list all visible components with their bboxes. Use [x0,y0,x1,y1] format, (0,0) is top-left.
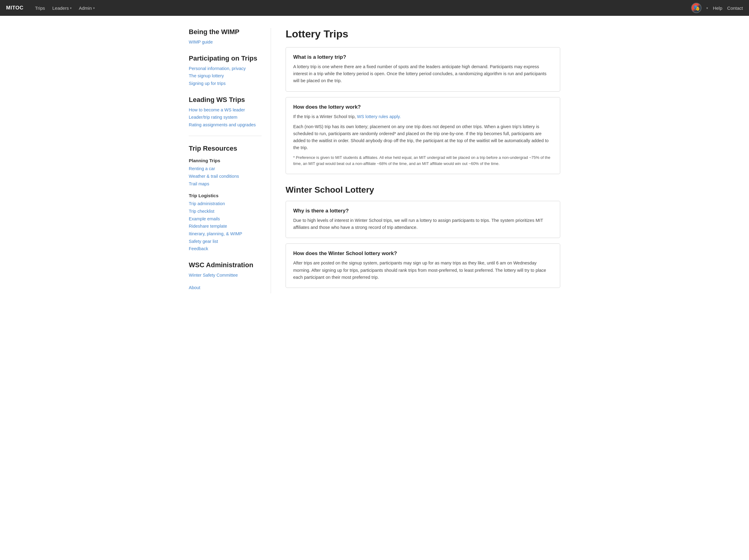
sidebar-link-itinerary[interactable]: Itinerary, planning, & WIMP [189,230,261,238]
sidebar-link-signup-lottery[interactable]: The signup lottery [189,72,261,80]
leaders-dropdown-icon: ▾ [70,6,71,10]
card-para-main: Each (non-WS) trip has its own lottery; … [293,123,553,152]
admin-dropdown-icon: ▾ [93,6,95,10]
card-body-why: Due to high levels of interest in Winter… [293,217,553,231]
card-body-how: If the trip is a Winter School trip, WS … [293,113,553,167]
sidebar-subsection-logistics: Trip Logistics [189,193,261,198]
sidebar-section-participating: Participating on Trips [189,54,261,62]
sidebar-link-safety-gear[interactable]: Safety gear list [189,238,261,245]
main-content: Lottery Trips What is a lottery trip? A … [271,28,560,293]
card-body-ws-how: After trips are posted on the signup sys… [293,260,553,281]
card-ws-how: How does the Winter School lottery work?… [285,244,560,288]
sidebar-section-resources: Trip Resources [189,144,261,153]
card-title-why: Why is there a lottery? [293,208,553,214]
card-para-ws: If the trip is a Winter School trip, WS … [293,113,553,120]
nav-links: Trips Leaders ▾ Admin ▾ [32,4,691,13]
sidebar-link-renting-car[interactable]: Renting a car [189,165,261,173]
nav-help[interactable]: Help [713,5,722,10]
sidebar-link-weather[interactable]: Weather & trail conditions [189,173,261,180]
sidebar: Being the WIMP WIMP guide Participating … [189,28,271,293]
ws-lottery-rules-link[interactable]: WS lottery rules apply. [357,114,401,119]
sidebar-link-rating-upgrades[interactable]: Rating assignments and upgrades [189,121,261,129]
ws-section-title: Winter School Lottery [285,185,560,195]
nav-leaders[interactable]: Leaders ▾ [49,4,74,13]
page-container: Being the WIMP WIMP guide Participating … [183,16,566,312]
sidebar-link-wimp-guide[interactable]: WIMP guide [189,38,261,46]
card-title-how: How does the lottery work? [293,104,553,110]
card-title-what: What is a lottery trip? [293,54,553,60]
sidebar-link-rideshare[interactable]: Rideshare template [189,223,261,230]
sidebar-link-signing-up[interactable]: Signing up for trips [189,80,261,87]
avatar[interactable]: 🎭 [691,3,702,13]
sidebar-link-personal-info[interactable]: Personal information, privacy [189,65,261,72]
card-footnote: * Preference is given to MIT students & … [293,155,553,167]
nav-contact[interactable]: Contact [727,5,743,10]
card-body-what: A lottery trip is one where there are a … [293,63,553,85]
nav-trips[interactable]: Trips [32,4,48,13]
sidebar-link-rating-system[interactable]: Leader/trip rating system [189,113,261,121]
sidebar-section-wimp: Being the WIMP [189,28,261,36]
card-what-is-lottery: What is a lottery trip? A lottery trip i… [285,47,560,92]
sidebar-section-wsc: WSC Administration [189,261,261,269]
sidebar-section-leading: Leading WS Trips [189,96,261,104]
sidebar-link-trail-maps[interactable]: Trail maps [189,180,261,188]
sidebar-divider [189,136,261,136]
page-title: Lottery Trips [285,28,560,40]
sidebar-subsection-planning: Planning Trips [189,158,261,163]
card-how-lottery: How does the lottery work? If the trip i… [285,97,560,174]
card-title-ws-how: How does the Winter School lottery work? [293,250,553,256]
card-why-lottery: Why is there a lottery? Due to high leve… [285,201,560,238]
navbar: MITOC Trips Leaders ▾ Admin ▾ 🎭 ▾ Help C… [0,0,749,16]
sidebar-link-wsc[interactable]: Winter Safety Committee [189,271,261,279]
nav-brand[interactable]: MITOC [6,5,23,11]
sidebar-about[interactable]: About [189,285,261,290]
avatar-dropdown-icon: ▾ [706,6,708,10]
sidebar-link-become-leader[interactable]: How to become a WS leader [189,106,261,114]
sidebar-link-trip-checklist[interactable]: Trip checklist [189,207,261,215]
sidebar-link-example-emails[interactable]: Example emails [189,215,261,223]
sidebar-link-trip-admin[interactable]: Trip administration [189,200,261,207]
nav-right: 🎭 ▾ Help Contact [691,3,743,13]
nav-admin[interactable]: Admin ▾ [76,4,98,13]
sidebar-link-feedback[interactable]: Feedback [189,245,261,253]
